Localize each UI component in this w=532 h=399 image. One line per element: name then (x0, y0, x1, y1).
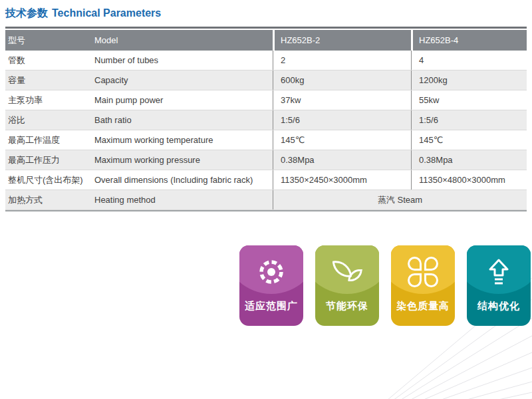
header-model-1: HZ652B-2 (275, 35, 411, 45)
badge-label: 染色质量高 (391, 300, 455, 313)
param-value-1: 37kw (273, 90, 411, 110)
arrow-up-icon (467, 253, 531, 291)
param-value-2: 4 (411, 51, 527, 70)
table-bottom-border (5, 210, 527, 211)
page-title-cn: 技术参数 (5, 7, 48, 19)
param-name-en: Number of tubes (94, 55, 273, 65)
table-header-row: 型号 Model HZ652B-2 HZ652B-4 (5, 30, 527, 51)
clover-petal (424, 273, 438, 287)
technical-parameters-page: 技术参数Technical Parameters 型号 Model HZ652B… (0, 0, 532, 399)
table-row-dimensions: 整机尺寸(含出布架) Overall dimensions (Including… (5, 170, 527, 190)
table-row-pump-power: 主泵功率 Main pump power 37kw 55kw (5, 90, 527, 110)
badge-label: 结构优化 (467, 300, 531, 313)
clover-petal (408, 273, 422, 287)
param-name-en: Maximum working temperature (94, 135, 273, 145)
param-name-cn: 最高工作温度 (5, 134, 94, 146)
badge-structure-optimized: 结构优化 (467, 245, 531, 326)
param-name-en: Main pump power (94, 95, 273, 105)
table-body: 管数 Number of tubes 2 4 容量 Capacity 600kg… (5, 51, 527, 210)
table-row-max-temperature: 最高工作温度 Maximum working temperature 145℃ … (5, 130, 527, 150)
table-top-border (5, 27, 527, 29)
page-title-en: Technical Parameters (52, 7, 161, 19)
clover-icon (391, 253, 455, 291)
param-name-en: Bath ratio (94, 115, 273, 125)
param-value-1: 145℃ (273, 130, 411, 150)
clover-petal (424, 257, 438, 271)
table-row-heating-method: 加热方式 Heating method 蒸汽 Steam (5, 190, 527, 210)
header-model-cn: 型号 (5, 35, 94, 47)
param-value-1: 11350×2450×3000mm (273, 170, 411, 190)
leaves-icon (315, 253, 379, 291)
param-name-en: Heating method (94, 195, 273, 205)
param-name-cn: 整机尺寸(含出布架) (5, 174, 94, 186)
param-value-2: 55kw (411, 90, 527, 110)
page-title: 技术参数Technical Parameters (5, 7, 161, 21)
param-value-1: 2 (273, 51, 411, 70)
param-value-2: 145℃ (411, 130, 527, 150)
param-value-2: 1200kg (411, 70, 527, 90)
table-row-max-pressure: 最高工作压力 Maximum working pressure 0.38Mpa … (5, 150, 527, 170)
param-name-cn: 容量 (5, 74, 94, 86)
param-value-2: 1:5/6 (411, 110, 527, 130)
badge-label: 节能环保 (315, 300, 379, 313)
param-name-cn: 管数 (5, 55, 94, 66)
param-value-1: 1:5/6 (273, 110, 411, 130)
badge-eco-friendly: 节能环保 (315, 245, 379, 326)
param-name-cn: 主泵功率 (5, 94, 94, 106)
param-name-cn: 最高工作压力 (5, 154, 94, 166)
param-name-en: Capacity (94, 75, 273, 85)
dashed-sun-icon (239, 253, 303, 291)
param-value-2: 11350×4800×3000mm (411, 170, 527, 190)
badge-wide-adaptability: 适应范围广 (239, 245, 303, 326)
table-row-bath-ratio: 浴比 Bath ratio 1:5/6 1:5/6 (5, 110, 527, 130)
feature-badges: 适应范围广 节能环保 染色质量高 (239, 245, 531, 326)
param-name-cn: 加热方式 (5, 194, 94, 206)
badge-dyeing-quality: 染色质量高 (391, 245, 455, 326)
technical-parameters-table: 型号 Model HZ652B-2 HZ652B-4 管数 Number of … (5, 27, 527, 211)
param-value-1: 0.38Mpa (273, 150, 411, 170)
table-row-capacity: 容量 Capacity 600kg 1200kg (5, 70, 527, 90)
param-name-cn: 浴比 (5, 114, 94, 126)
badge-label: 适应范围广 (239, 300, 303, 313)
header-model-2: HZ652B-4 (413, 35, 527, 45)
param-name-en: Overall dimensions (Including fabric rac… (94, 175, 273, 185)
param-value-merged: 蒸汽 Steam (273, 190, 527, 209)
param-value-2: 0.38Mpa (411, 150, 527, 170)
param-value-1: 600kg (273, 70, 411, 90)
table-row-tubes: 管数 Number of tubes 2 4 (5, 51, 527, 70)
header-model-en: Model (94, 35, 273, 45)
clover-petal (408, 257, 422, 271)
param-name-en: Maximum working pressure (94, 155, 273, 165)
